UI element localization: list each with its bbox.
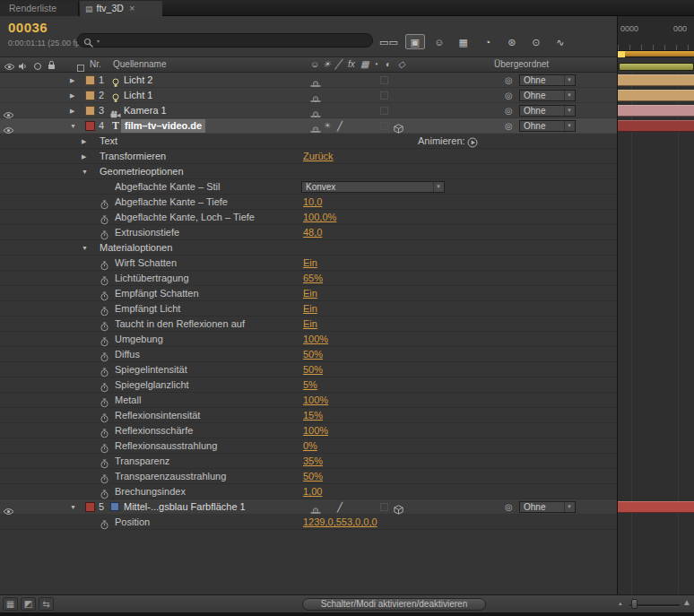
layer-name[interactable]: Mittel-...gsblau Farbfläche 1 [124, 499, 246, 515]
property-value[interactable]: Ein [303, 301, 317, 317]
property-row[interactable]: Taucht in den Reflexionen aufEin [0, 317, 617, 332]
property-value[interactable]: 10,0 [303, 195, 322, 210]
label-color-chip[interactable] [85, 91, 95, 100]
switch-column-icon[interactable]: ╱ [335, 57, 341, 74]
layer-duration-bar[interactable] [618, 74, 694, 86]
twirl-right-icon[interactable]: ▶ [70, 88, 74, 103]
label-color-chip[interactable] [85, 121, 95, 131]
time-navigator-bar[interactable] [618, 51, 694, 57]
tab-renderliste[interactable]: Renderliste [0, 1, 79, 16]
collapse-transformations-icon[interactable]: ☀ [324, 118, 331, 134]
twirl-down-icon[interactable]: ▼ [82, 164, 88, 179]
timeline-body[interactable] [618, 73, 694, 594]
layer-switches-pane-button[interactable]: ▦ [3, 597, 18, 611]
property-value[interactable]: Ein [303, 256, 317, 271]
parent-pickwhip-icon[interactable]: ◎ [505, 73, 513, 88]
label-color-chip[interactable] [85, 106, 95, 116]
switch-column-icon[interactable]: ☀ [323, 57, 331, 74]
layer-row-3[interactable]: ▶3Kamera 1◎Ohne▼ [0, 103, 617, 118]
current-time-indicator[interactable] [618, 51, 625, 57]
parent-pickwhip-icon[interactable]: ◎ [505, 499, 513, 515]
property-row[interactable]: Reflexionsschärfe100% [0, 423, 617, 438]
property-row[interactable]: Spiegelintensität50% [0, 362, 617, 377]
layer-name[interactable]: Kamera 1 [124, 103, 167, 118]
time-ruler[interactable]: 0000 000 [618, 16, 694, 51]
parent-dropdown[interactable]: Ohne▼ [519, 501, 576, 513]
zoom-slider-handle[interactable] [631, 599, 638, 609]
layer-row-4[interactable]: ▼4Tfilm–tv–video.de☀╱◎Ohne▼ [0, 118, 617, 134]
property-value[interactable]: 100,0% [303, 210, 336, 225]
property-value[interactable]: 100% [303, 332, 328, 347]
work-area-bar[interactable] [619, 63, 694, 71]
zoom-in-icon[interactable]: ▲ [682, 597, 691, 607]
property-value[interactable]: 1239,0,553,0,0,0 [303, 515, 377, 530]
frame-blending-button[interactable]: ▦ [454, 34, 473, 49]
in-out-pane-button[interactable]: ⇆ [39, 597, 54, 611]
column-header-parent[interactable]: Übergeordnet [494, 57, 549, 72]
draft-3d-button[interactable]: ▣ [405, 34, 425, 49]
parent-pickwhip-icon[interactable]: ◎ [505, 88, 513, 103]
property-value[interactable]: 50% [303, 347, 323, 362]
property-row[interactable]: Transparenzausstrahlung50% [0, 469, 617, 484]
twirl-right-icon[interactable]: ▶ [82, 149, 86, 164]
auto-keyframe-button[interactable]: ⊙ [526, 34, 546, 49]
property-row[interactable]: ▶TransformierenZurück [0, 149, 617, 164]
layer-duration-bar[interactable] [618, 120, 694, 132]
property-row[interactable]: Reflexionsausstrahlung0% [0, 438, 617, 454]
property-row[interactable]: Reflexionsintensität15% [0, 408, 617, 423]
twirl-down-icon[interactable]: ▼ [82, 240, 88, 256]
switch-column-icon[interactable]: ◔ [373, 57, 378, 74]
property-row[interactable]: ▼Materialoptionen [0, 240, 617, 256]
brainstorm-button[interactable]: ⊛ [502, 34, 522, 49]
twirl-right-icon[interactable]: ▶ [82, 134, 86, 149]
property-row[interactable]: Abgeflachte Kante – StilKonvex▼ [0, 179, 617, 195]
layer-duration-bar[interactable] [618, 105, 694, 117]
label-color-chip[interactable] [85, 502, 95, 512]
parent-pickwhip-icon[interactable]: ◎ [505, 103, 513, 118]
switch-column-icon[interactable]: ◐ [386, 57, 391, 74]
switch-column-icon[interactable]: ◇ [398, 57, 405, 74]
property-row[interactable]: Diffus50% [0, 347, 617, 362]
layer-duration-bar[interactable] [618, 90, 694, 101]
parent-dropdown[interactable]: Ohne▼ [519, 74, 576, 86]
search-box[interactable]: ▾ [77, 33, 373, 48]
twirl-right-icon[interactable]: ▶ [70, 73, 74, 88]
property-value[interactable]: 65% [303, 271, 323, 286]
current-time-display[interactable]: 00036 [8, 20, 48, 35]
switch-checkbox[interactable] [380, 122, 388, 130]
property-row[interactable]: Spiegelglanzlicht5% [0, 377, 617, 393]
twirl-right-icon[interactable]: ▶ [70, 103, 74, 118]
property-value[interactable]: 5% [303, 377, 317, 393]
column-header-source-name[interactable]: Quellenname [113, 57, 166, 72]
property-row[interactable]: Lichtübertragung65% [0, 271, 617, 286]
property-row[interactable]: ▶TextAnimieren: [0, 134, 617, 149]
switch-checkbox[interactable] [380, 91, 388, 100]
comp-mini-flowchart-button[interactable]: ▭▭ [377, 34, 401, 49]
parent-pickwhip-icon[interactable]: ◎ [505, 118, 513, 134]
layer-duration-bar[interactable] [618, 501, 694, 513]
property-value[interactable]: Ein [303, 286, 317, 301]
switch-column-icon[interactable]: ☺ [310, 57, 319, 74]
parent-dropdown[interactable]: Ohne▼ [519, 105, 576, 117]
property-value[interactable]: Ein [303, 317, 317, 332]
switch-column-icon[interactable]: ▦ [360, 57, 369, 74]
switch-checkbox[interactable] [380, 503, 388, 511]
property-value[interactable]: 50% [303, 469, 323, 484]
property-value[interactable]: 100% [303, 423, 328, 438]
search-options-arrow-icon[interactable]: ▾ [97, 38, 100, 44]
parent-dropdown[interactable]: Ohne▼ [519, 120, 576, 132]
twirl-down-icon[interactable]: ▼ [70, 499, 76, 515]
property-row[interactable]: Wirft SchattenEin [0, 256, 617, 271]
layer-row-2[interactable]: ▶2Licht 1◎Ohne▼ [0, 88, 617, 103]
property-value[interactable]: 50% [303, 362, 323, 377]
graph-editor-button[interactable]: ∿ [551, 34, 570, 49]
layer-name[interactable]: film–tv–video.de [121, 119, 205, 133]
switch-checkbox[interactable] [380, 107, 388, 115]
bevel-style-dropdown[interactable]: Konvex▼ [301, 181, 445, 193]
quality-toggle-icon[interactable]: ╱ [337, 499, 343, 515]
property-row[interactable]: Position1239,0,553,0,0,0 [0, 515, 617, 530]
property-row[interactable]: Umgebung100% [0, 332, 617, 347]
property-value[interactable]: 1,00 [303, 484, 322, 499]
column-header-nr[interactable]: Nr. [90, 57, 101, 72]
property-row[interactable]: Metall100% [0, 393, 617, 408]
